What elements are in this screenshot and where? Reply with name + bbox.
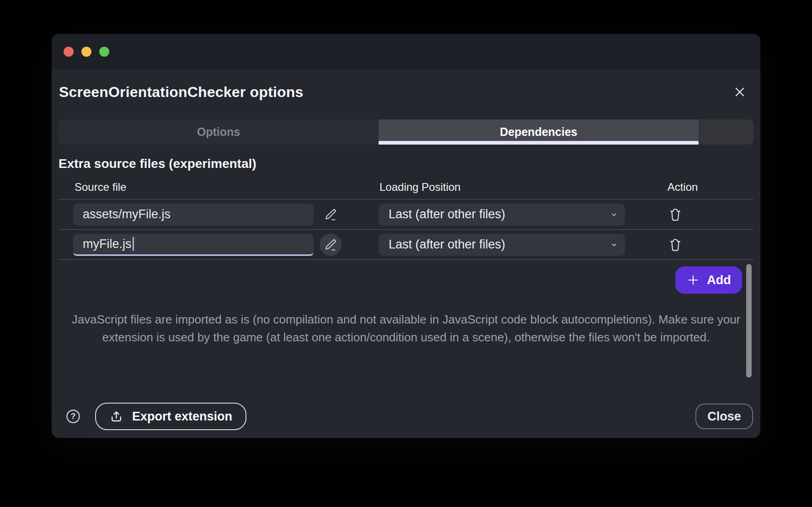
dialog-header: ScreenOrientationChecker options <box>52 69 760 119</box>
section-heading: Extra source files (experimental) <box>59 155 753 173</box>
trash-icon <box>668 237 683 252</box>
add-button-label: Add <box>707 273 731 287</box>
dialog-title: ScreenOrientationChecker options <box>59 84 304 101</box>
export-button-label: Export extension <box>132 410 232 424</box>
pencil-icon <box>324 238 337 252</box>
tab-dependencies[interactable]: Dependencies <box>379 119 699 145</box>
edit-file-button[interactable] <box>320 234 342 256</box>
source-file-value: assets/myFile.js <box>83 207 171 221</box>
plus-icon <box>686 273 700 287</box>
close-button[interactable]: Close <box>695 404 753 429</box>
traffic-light-zoom-icon[interactable] <box>99 47 109 57</box>
column-header-source-file: Source file <box>75 181 126 194</box>
window-titlebar <box>52 34 760 69</box>
delete-file-button[interactable] <box>664 234 686 256</box>
description-text: JavaScript files are imported as is (no … <box>62 311 750 346</box>
upload-icon <box>109 410 123 424</box>
active-tab-indicator <box>379 141 699 145</box>
options-dialog: ScreenOrientationChecker options Options… <box>52 34 760 438</box>
close-dialog-button[interactable] <box>733 85 747 99</box>
delete-file-button[interactable] <box>664 204 686 226</box>
tab-bar-filler <box>699 119 753 145</box>
tab-options-label: Options <box>197 125 240 139</box>
column-header-loading-position: Loading Position <box>379 181 460 194</box>
traffic-light-minimize-icon[interactable] <box>81 47 91 57</box>
table-row: assets/myFile.js Last (after other files… <box>59 200 753 230</box>
tab-bar: Options Dependencies <box>59 119 753 145</box>
table-header-row: Source file Loading Position Action <box>59 173 753 200</box>
svg-text:?: ? <box>71 412 76 421</box>
close-icon <box>733 85 747 99</box>
traffic-light-close-icon[interactable] <box>64 47 74 57</box>
tab-options[interactable]: Options <box>59 119 379 145</box>
help-button[interactable]: ? <box>64 407 82 426</box>
scrollbar-thumb[interactable] <box>746 264 752 378</box>
tab-dependencies-label: Dependencies <box>500 125 577 139</box>
text-cursor <box>133 237 134 251</box>
loading-position-value: Last (after other files) <box>389 207 505 221</box>
chevron-down-icon <box>610 241 618 249</box>
trash-icon <box>668 207 683 222</box>
table-row: myFile.js Last (after other files) <box>59 230 753 260</box>
pencil-icon <box>324 208 337 221</box>
add-source-file-button[interactable]: Add <box>675 266 742 294</box>
loading-position-select[interactable]: Last (after other files) <box>379 204 625 226</box>
export-extension-button[interactable]: Export extension <box>95 403 246 430</box>
screen: ScreenOrientationChecker options Options… <box>0 0 812 507</box>
loading-position-select[interactable]: Last (after other files) <box>379 234 625 256</box>
column-header-action: Action <box>646 181 719 194</box>
source-file-input[interactable]: assets/myFile.js <box>73 204 314 226</box>
close-button-label: Close <box>707 410 741 423</box>
dialog-footer: ? Export extension Close <box>59 403 753 430</box>
chevron-down-icon <box>610 210 618 219</box>
question-icon: ? <box>65 409 81 424</box>
loading-position-value: Last (after other files) <box>389 237 505 252</box>
add-row: Add <box>52 266 742 294</box>
source-file-input[interactable]: myFile.js <box>73 234 314 256</box>
source-file-value: myFile.js <box>83 237 132 251</box>
edit-file-button[interactable] <box>320 204 342 226</box>
source-files-table: Source file Loading Position Action asse… <box>59 173 753 260</box>
